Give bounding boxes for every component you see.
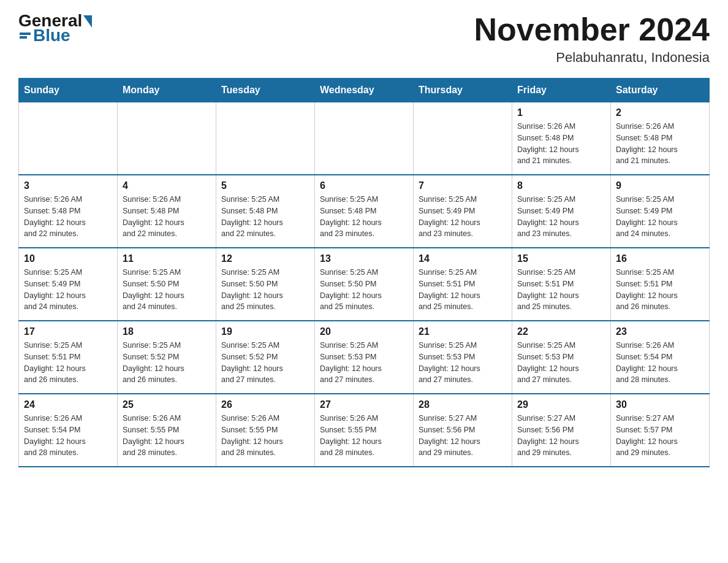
day-number: 28 xyxy=(419,399,507,410)
title-block: November 2024 Pelabuhanratu, Indonesia xyxy=(474,12,710,66)
day-number: 5 xyxy=(221,180,309,191)
calendar-cell: 27Sunrise: 5:26 AMSunset: 5:55 PMDayligh… xyxy=(315,394,414,467)
calendar-cell: 5Sunrise: 5:25 AMSunset: 5:48 PMDaylight… xyxy=(216,175,315,248)
day-info: Sunrise: 5:26 AMSunset: 5:54 PMDaylight:… xyxy=(616,340,704,386)
calendar-cell: 9Sunrise: 5:25 AMSunset: 5:49 PMDaylight… xyxy=(611,175,710,248)
day-number: 12 xyxy=(221,253,309,264)
day-number: 2 xyxy=(616,107,704,118)
day-info: Sunrise: 5:25 AMSunset: 5:49 PMDaylight:… xyxy=(24,267,112,313)
day-number: 26 xyxy=(221,399,309,410)
day-number: 16 xyxy=(616,253,704,264)
day-number: 9 xyxy=(616,180,704,191)
day-number: 10 xyxy=(24,253,112,264)
day-number: 24 xyxy=(24,399,112,410)
day-number: 17 xyxy=(24,326,112,337)
calendar-cell: 7Sunrise: 5:25 AMSunset: 5:49 PMDaylight… xyxy=(414,175,512,248)
calendar-cell xyxy=(19,102,118,175)
day-number: 21 xyxy=(419,326,507,337)
logo-triangle-icon xyxy=(83,15,92,28)
day-info: Sunrise: 5:25 AMSunset: 5:48 PMDaylight:… xyxy=(320,194,408,240)
day-info: Sunrise: 5:27 AMSunset: 5:56 PMDaylight:… xyxy=(419,413,507,459)
day-number: 15 xyxy=(517,253,605,264)
day-info: Sunrise: 5:25 AMSunset: 5:48 PMDaylight:… xyxy=(221,194,309,240)
calendar-cell xyxy=(414,102,512,175)
calendar-cell: 10Sunrise: 5:25 AMSunset: 5:49 PMDayligh… xyxy=(19,248,118,321)
day-info: Sunrise: 5:25 AMSunset: 5:51 PMDaylight:… xyxy=(419,267,507,313)
day-number: 23 xyxy=(616,326,704,337)
day-number: 13 xyxy=(320,253,408,264)
calendar-cell: 25Sunrise: 5:26 AMSunset: 5:55 PMDayligh… xyxy=(118,394,216,467)
day-number: 18 xyxy=(123,326,211,337)
weekday-header-thursday: Thursday xyxy=(414,79,512,102)
day-number: 30 xyxy=(616,399,704,410)
day-number: 4 xyxy=(123,180,211,191)
day-info: Sunrise: 5:26 AMSunset: 5:55 PMDaylight:… xyxy=(221,413,309,459)
day-info: Sunrise: 5:25 AMSunset: 5:50 PMDaylight:… xyxy=(123,267,211,313)
month-title: November 2024 xyxy=(474,12,710,47)
day-info: Sunrise: 5:25 AMSunset: 5:51 PMDaylight:… xyxy=(24,340,112,386)
day-number: 27 xyxy=(320,399,408,410)
weekday-header-friday: Friday xyxy=(512,79,611,102)
weekday-header-tuesday: Tuesday xyxy=(216,79,315,102)
svg-rect-1 xyxy=(20,36,27,39)
day-number: 25 xyxy=(123,399,211,410)
day-number: 3 xyxy=(24,180,112,191)
weekday-header-saturday: Saturday xyxy=(611,79,710,102)
logo-blue-text: Blue xyxy=(33,27,70,44)
day-number: 8 xyxy=(517,180,605,191)
day-info: Sunrise: 5:25 AMSunset: 5:51 PMDaylight:… xyxy=(517,267,605,313)
day-info: Sunrise: 5:25 AMSunset: 5:49 PMDaylight:… xyxy=(517,194,605,240)
calendar-cell: 14Sunrise: 5:25 AMSunset: 5:51 PMDayligh… xyxy=(414,248,512,321)
logo-bar-icon xyxy=(20,31,31,40)
week-row-1: 1Sunrise: 5:26 AMSunset: 5:48 PMDaylight… xyxy=(19,102,710,175)
calendar-cell: 6Sunrise: 5:25 AMSunset: 5:48 PMDaylight… xyxy=(315,175,414,248)
day-info: Sunrise: 5:26 AMSunset: 5:55 PMDaylight:… xyxy=(123,413,211,459)
calendar-cell: 17Sunrise: 5:25 AMSunset: 5:51 PMDayligh… xyxy=(19,321,118,394)
calendar-cell: 4Sunrise: 5:26 AMSunset: 5:48 PMDaylight… xyxy=(118,175,216,248)
day-info: Sunrise: 5:26 AMSunset: 5:54 PMDaylight:… xyxy=(24,413,112,459)
day-info: Sunrise: 5:26 AMSunset: 5:48 PMDaylight:… xyxy=(616,121,704,167)
day-info: Sunrise: 5:27 AMSunset: 5:57 PMDaylight:… xyxy=(616,413,704,459)
week-row-3: 10Sunrise: 5:25 AMSunset: 5:49 PMDayligh… xyxy=(19,248,710,321)
calendar-cell: 29Sunrise: 5:27 AMSunset: 5:56 PMDayligh… xyxy=(512,394,611,467)
day-number: 29 xyxy=(517,399,605,410)
calendar-cell xyxy=(315,102,414,175)
day-info: Sunrise: 5:25 AMSunset: 5:53 PMDaylight:… xyxy=(320,340,408,386)
calendar-cell: 18Sunrise: 5:25 AMSunset: 5:52 PMDayligh… xyxy=(118,321,216,394)
day-number: 6 xyxy=(320,180,408,191)
calendar-cell xyxy=(216,102,315,175)
day-info: Sunrise: 5:26 AMSunset: 5:48 PMDaylight:… xyxy=(24,194,112,240)
week-row-4: 17Sunrise: 5:25 AMSunset: 5:51 PMDayligh… xyxy=(19,321,710,394)
calendar-cell: 13Sunrise: 5:25 AMSunset: 5:50 PMDayligh… xyxy=(315,248,414,321)
calendar-cell: 19Sunrise: 5:25 AMSunset: 5:52 PMDayligh… xyxy=(216,321,315,394)
calendar-table: SundayMondayTuesdayWednesdayThursdayFrid… xyxy=(18,78,710,467)
calendar-cell: 22Sunrise: 5:25 AMSunset: 5:53 PMDayligh… xyxy=(512,321,611,394)
day-number: 20 xyxy=(320,326,408,337)
day-info: Sunrise: 5:26 AMSunset: 5:55 PMDaylight:… xyxy=(320,413,408,459)
weekday-header-wednesday: Wednesday xyxy=(315,79,414,102)
calendar-cell: 1Sunrise: 5:26 AMSunset: 5:48 PMDaylight… xyxy=(512,102,611,175)
page-header: General Blue November 2024 Pelabuhanratu… xyxy=(18,12,710,66)
day-info: Sunrise: 5:25 AMSunset: 5:53 PMDaylight:… xyxy=(517,340,605,386)
day-info: Sunrise: 5:25 AMSunset: 5:53 PMDaylight:… xyxy=(419,340,507,386)
calendar-cell: 21Sunrise: 5:25 AMSunset: 5:53 PMDayligh… xyxy=(414,321,512,394)
day-number: 1 xyxy=(517,107,605,118)
weekday-header-monday: Monday xyxy=(118,79,216,102)
day-info: Sunrise: 5:25 AMSunset: 5:50 PMDaylight:… xyxy=(320,267,408,313)
day-info: Sunrise: 5:26 AMSunset: 5:48 PMDaylight:… xyxy=(517,121,605,167)
calendar-cell: 11Sunrise: 5:25 AMSunset: 5:50 PMDayligh… xyxy=(118,248,216,321)
location-label: Pelabuhanratu, Indonesia xyxy=(474,50,710,66)
weekday-header-row: SundayMondayTuesdayWednesdayThursdayFrid… xyxy=(19,79,710,102)
calendar-cell: 8Sunrise: 5:25 AMSunset: 5:49 PMDaylight… xyxy=(512,175,611,248)
calendar-cell: 20Sunrise: 5:25 AMSunset: 5:53 PMDayligh… xyxy=(315,321,414,394)
day-info: Sunrise: 5:25 AMSunset: 5:51 PMDaylight:… xyxy=(616,267,704,313)
svg-rect-0 xyxy=(20,33,31,35)
logo: General Blue xyxy=(18,12,92,44)
calendar-cell: 30Sunrise: 5:27 AMSunset: 5:57 PMDayligh… xyxy=(611,394,710,467)
calendar-cell: 28Sunrise: 5:27 AMSunset: 5:56 PMDayligh… xyxy=(414,394,512,467)
calendar-cell: 23Sunrise: 5:26 AMSunset: 5:54 PMDayligh… xyxy=(611,321,710,394)
week-row-2: 3Sunrise: 5:26 AMSunset: 5:48 PMDaylight… xyxy=(19,175,710,248)
day-number: 11 xyxy=(123,253,211,264)
calendar-cell xyxy=(118,102,216,175)
day-number: 7 xyxy=(419,180,507,191)
